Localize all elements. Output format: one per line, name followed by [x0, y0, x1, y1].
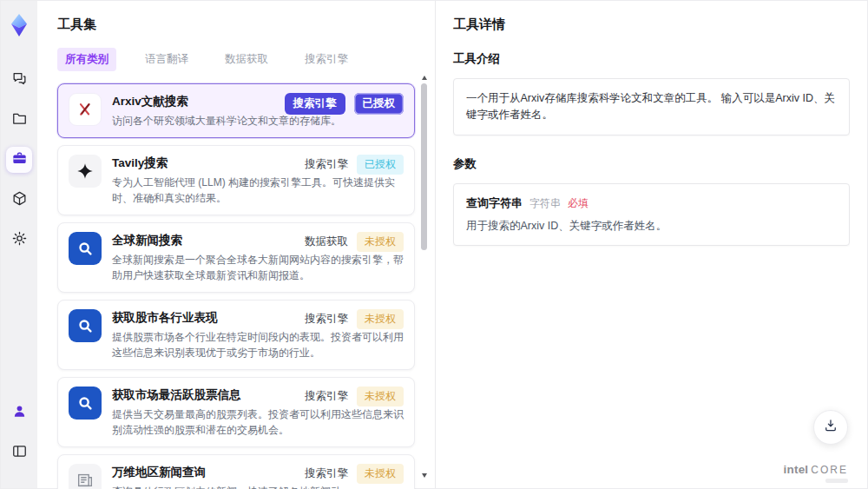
tool-description: 全球新闻搜索是一个聚合全球各大新闻网站内容的搜索引擎，帮助用户快速获取全球最新资…: [112, 252, 404, 283]
tool-description: 提供当天交易量最高的股票列表。投资者可以利用这些信息来识别流动性强的股票和潜在的…: [112, 406, 404, 438]
auth-badge: 未授权: [357, 464, 404, 484]
sidebar-item-settings[interactable]: [6, 227, 32, 253]
brand-subline: [825, 479, 848, 483]
parameter-box: 查询字符串 字符串 必填 用于搜索的Arxiv ID、关键字或作者姓名。: [453, 183, 850, 246]
tool-card-regional-news[interactable]: 万维地区新闻查询 查询具体行政区划内的新闻，快速了解各地新闻动 搜索引擎 未授权: [57, 454, 415, 489]
sidebar-item-chat[interactable]: [6, 67, 32, 93]
category-tabs: 所有类别 语言翻译 数据获取 搜索引擎: [57, 48, 435, 71]
auth-badge: 已授权: [354, 93, 404, 115]
cube-icon: [11, 190, 28, 210]
intro-heading: 工具介绍: [453, 51, 850, 67]
tavily-tool-icon: [69, 155, 102, 188]
stock-search-tool-icon: [69, 309, 102, 342]
sidebar-item-user[interactable]: [6, 400, 32, 426]
brand-intel-text: intel: [784, 463, 809, 476]
param-type: 字符串: [529, 196, 561, 211]
panel-toggle-icon: [11, 443, 28, 463]
scroll-down-arrow[interactable]: [422, 473, 427, 478]
newspaper-tool-icon: [69, 464, 102, 489]
sidebar-item-panel-toggle[interactable]: [6, 439, 32, 466]
scrollbar-thumb[interactable]: [421, 83, 427, 250]
auth-badge: 已授权: [357, 155, 404, 175]
category-label: 数据获取: [305, 235, 348, 249]
param-required-badge: 必填: [568, 196, 589, 211]
stock-search-tool-icon: [69, 387, 102, 420]
tool-intro-box: 一个用于从Arxiv存储库搜索科学论文和文章的工具。 输入可以是Arxiv ID…: [453, 78, 850, 135]
category-label: 搜索引擎: [305, 312, 348, 327]
app-logo-icon: [5, 11, 33, 39]
news-search-tool-icon: [69, 232, 102, 265]
brand-core-text: core: [811, 464, 848, 476]
folder-icon: [11, 110, 28, 130]
param-description: 用于搜索的Arxiv ID、关键字或作者姓名。: [466, 219, 837, 234]
sidebar-item-files[interactable]: [6, 107, 32, 133]
tool-card-tavily[interactable]: Tavily搜索 专为人工智能代理 (LLM) 构建的搜索引擎工具。可快速提供实…: [57, 145, 415, 215]
tool-card-active-stocks[interactable]: 获取市场最活跃股票信息 提供当天交易量最高的股票列表。投资者可以利用这些信息来识…: [57, 377, 415, 447]
tool-list-panel: 工具集 所有类别 语言翻译 数据获取 搜索引擎: [37, 1, 435, 488]
gear-icon: [11, 230, 28, 250]
left-rail: [1, 1, 37, 488]
app-window: 工具集 所有类别 语言翻译 数据获取 搜索引擎: [0, 0, 868, 489]
download-icon: [823, 418, 838, 437]
tool-card-global-news[interactable]: 全球新闻搜索 全球新闻搜索是一个聚合全球各大新闻网站内容的搜索引擎，帮助用户快速…: [57, 222, 415, 293]
tool-description: 查询具体行政区划内的新闻，快速了解各地新闻动: [112, 484, 341, 489]
tab-language-translation[interactable]: 语言翻译: [137, 48, 196, 71]
tool-card-sector-performance[interactable]: 获取股市各行业表现 提供股票市场各个行业在特定时间段内的表现。投资者可以利用这些…: [57, 300, 415, 370]
detail-title: 工具详情: [453, 17, 850, 33]
scroll-up-arrow[interactable]: [422, 76, 427, 80]
page-title: 工具集: [57, 17, 435, 33]
intel-core-logo: intel core: [784, 463, 848, 476]
tool-card-arxiv[interactable]: Arxiv文献搜索 访问各个研究领域大量科学论文和文章的存储库。 搜索引擎 已授…: [57, 83, 415, 138]
auth-badge: 未授权: [357, 232, 404, 252]
tab-search-engine[interactable]: 搜索引擎: [297, 48, 356, 71]
briefcase-icon: [11, 150, 28, 170]
chat-icon: [11, 70, 28, 90]
tab-data-fetching[interactable]: 数据获取: [217, 48, 276, 71]
tool-description: 专为人工智能代理 (LLM) 构建的搜索引擎工具。可快速提供实时、准确和真实的结…: [112, 175, 404, 206]
params-heading: 参数: [453, 156, 850, 172]
auth-badge: 未授权: [357, 309, 404, 329]
arxiv-tool-icon: [69, 93, 102, 126]
param-name: 查询字符串: [466, 195, 523, 211]
tool-description: 提供股票市场各个行业在特定时间段内的表现。投资者可以利用这些信息来识别表现优于或…: [112, 329, 404, 360]
sidebar-item-models[interactable]: [6, 187, 32, 213]
sidebar-item-toolbox[interactable]: [6, 147, 32, 173]
category-label: 搜索引擎: [305, 389, 348, 404]
category-badge: 搜索引擎: [285, 93, 345, 115]
auth-badge: 未授权: [357, 387, 404, 406]
tool-description: 访问各个研究领域大量科学论文和文章的存储库。: [112, 113, 341, 129]
category-label: 搜索引擎: [305, 157, 348, 172]
list-scrollbar: [421, 76, 428, 478]
tool-card-list: Arxiv文献搜索 访问各个研究领域大量科学论文和文章的存储库。 搜索引擎 已授…: [57, 83, 415, 489]
user-icon: [11, 403, 28, 423]
category-label: 搜索引擎: [305, 466, 348, 481]
tab-all-categories[interactable]: 所有类别: [57, 48, 116, 71]
download-button[interactable]: [813, 410, 848, 445]
tool-detail-panel: 工具详情 工具介绍 一个用于从Arxiv存储库搜索科学论文和文章的工具。 输入可…: [435, 1, 867, 488]
